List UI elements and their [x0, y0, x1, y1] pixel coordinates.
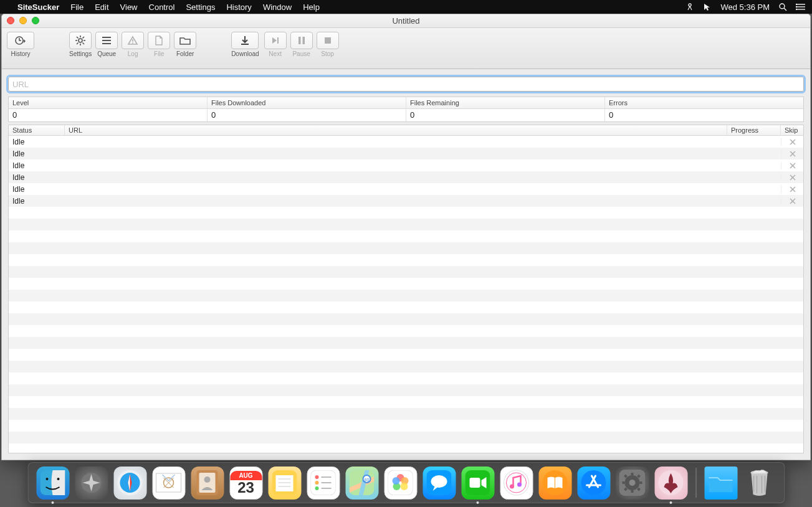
skip-button[interactable] — [781, 186, 803, 193]
download-label: Download — [231, 50, 259, 57]
statusbar-cursor-icon[interactable] — [703, 2, 712, 11]
table-row[interactable]: Idle — [9, 183, 803, 195]
table-row — [9, 325, 803, 337]
dock-safari-icon[interactable] — [113, 467, 146, 500]
statusbar-icon[interactable] — [685, 2, 694, 11]
table-row — [9, 207, 803, 219]
notification-center-icon[interactable] — [796, 2, 806, 11]
skip-button[interactable] — [781, 150, 803, 158]
dock-trash-icon[interactable] — [743, 467, 776, 500]
downloads-table: Status URL Progress Skip IdleIdleIdleIdl… — [8, 125, 804, 453]
svg-point-80 — [517, 483, 522, 487]
menu-edit[interactable]: Edit — [95, 2, 108, 12]
stat-errors-header: Errors — [605, 97, 803, 109]
dock-finder-icon[interactable] — [36, 467, 69, 500]
menu-control[interactable]: Control — [149, 2, 175, 12]
menubar-clock[interactable]: Wed 5:36 PM — [720, 2, 770, 12]
svg-point-72 — [393, 477, 400, 485]
dock-launchpad-icon[interactable] — [75, 467, 108, 500]
spotlight-icon[interactable] — [778, 2, 787, 11]
menu-file[interactable]: File — [70, 2, 84, 12]
th-progress[interactable]: Progress — [727, 125, 781, 135]
queue-button[interactable] — [95, 32, 118, 49]
table-row — [9, 349, 803, 361]
pause-button[interactable] — [290, 32, 313, 49]
history-button[interactable] — [7, 32, 34, 49]
skip-button[interactable] — [781, 138, 803, 146]
th-status[interactable]: Status — [9, 125, 65, 135]
dock-calendar-icon[interactable]: AUG23 — [229, 467, 262, 500]
stat-level-value: 0 — [9, 109, 207, 121]
th-url[interactable]: URL — [65, 125, 727, 135]
folder-button[interactable] — [174, 32, 196, 49]
dock-sitesucker-icon[interactable] — [654, 467, 687, 500]
app-window: Untitled History Settings Queue Log File… — [1, 14, 811, 460]
dock-contacts-icon[interactable] — [191, 467, 224, 500]
table-row — [9, 408, 803, 420]
download-button[interactable] — [231, 32, 259, 49]
skip-button[interactable] — [781, 174, 803, 181]
window-titlebar[interactable]: Untitled — [2, 14, 810, 28]
table-row[interactable]: Idle — [9, 148, 803, 159]
cell-status: Idle — [9, 173, 65, 182]
dock-notes-icon[interactable] — [268, 467, 301, 500]
table-row[interactable]: Idle — [9, 195, 803, 207]
dock-preferences-icon[interactable] — [616, 467, 649, 500]
svg-rect-26 — [299, 37, 301, 44]
dock-itunes-icon[interactable] — [500, 467, 533, 500]
macos-menubar: SiteSucker File Edit View Control Settin… — [0, 0, 812, 14]
cell-status: Idle — [9, 149, 65, 158]
dock-mail-icon[interactable] — [152, 467, 185, 500]
minimize-button[interactable] — [19, 17, 27, 24]
dock-facetime-icon[interactable] — [461, 467, 494, 500]
table-row — [9, 443, 803, 452]
close-icon — [789, 138, 796, 146]
svg-rect-76 — [470, 478, 480, 488]
close-icon — [789, 150, 796, 158]
dock-messages-icon[interactable] — [423, 467, 456, 500]
menu-view[interactable]: View — [120, 2, 138, 12]
close-button[interactable] — [7, 17, 14, 24]
dock-reminders-icon[interactable] — [307, 467, 340, 500]
svg-line-95 — [638, 488, 640, 490]
svg-line-18 — [83, 37, 85, 39]
skip-button[interactable] — [781, 197, 803, 205]
dock-downloads-icon[interactable] — [704, 467, 737, 500]
table-row[interactable]: Idle — [9, 159, 803, 171]
table-row — [9, 254, 803, 266]
dock-ibooks-icon[interactable] — [538, 467, 571, 500]
settings-button[interactable] — [69, 32, 92, 49]
menu-history[interactable]: History — [226, 2, 251, 12]
file-button[interactable] — [148, 32, 170, 49]
skip-button[interactable] — [781, 162, 803, 169]
settings-label: Settings — [69, 50, 92, 57]
app-menu[interactable]: SiteSucker — [17, 2, 59, 12]
table-row — [9, 361, 803, 372]
next-button[interactable] — [264, 32, 287, 49]
menu-settings[interactable]: Settings — [186, 2, 215, 12]
th-skip[interactable]: Skip — [781, 125, 803, 135]
svg-point-10 — [79, 39, 82, 42]
stop-button[interactable] — [317, 32, 339, 49]
dock-maps-icon[interactable]: 80 — [345, 467, 378, 500]
table-row[interactable]: Idle — [9, 171, 803, 183]
menu-help[interactable]: Help — [303, 2, 320, 12]
dock-appstore-icon[interactable] — [577, 467, 610, 500]
svg-point-74 — [431, 475, 447, 488]
dock-photos-icon[interactable] — [384, 467, 417, 500]
table-row — [9, 301, 803, 313]
svg-line-15 — [77, 37, 79, 39]
url-input[interactable] — [8, 77, 804, 92]
next-label: Next — [269, 50, 282, 57]
stat-remaining-value: 0 — [406, 109, 604, 121]
zoom-button[interactable] — [32, 17, 39, 24]
window-title: Untitled — [392, 16, 419, 26]
stat-errors-value: 0 — [605, 109, 803, 121]
table-row[interactable]: Idle — [9, 136, 803, 148]
dock-separator — [695, 468, 696, 498]
menu-window[interactable]: Window — [263, 2, 292, 12]
svg-line-94 — [625, 475, 627, 477]
log-button[interactable] — [122, 32, 144, 49]
close-icon — [789, 197, 796, 205]
svg-line-96 — [625, 488, 627, 490]
